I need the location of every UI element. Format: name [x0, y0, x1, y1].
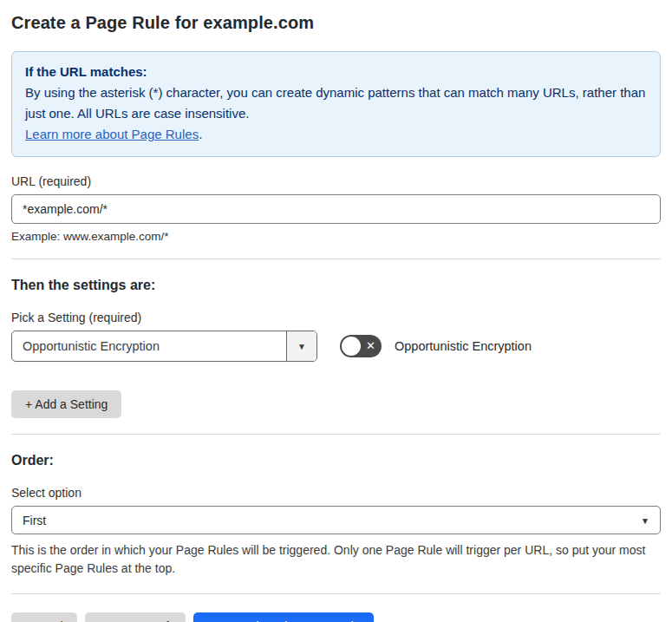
pick-setting-label: Pick a Setting (required) [11, 311, 661, 324]
learn-more-link[interactable]: Learn more about Page Rules [25, 127, 199, 141]
divider [11, 593, 661, 594]
setting-dropdown-value: Opportunistic Encryption [12, 331, 286, 361]
info-box-heading: If the URL matches: [25, 62, 647, 82]
order-select-value: First [23, 514, 46, 527]
link-suffix: . [199, 127, 202, 141]
setting-row: Opportunistic Encryption ▼ ✕ Opportunist… [11, 331, 661, 362]
dropdown-arrow-icon[interactable]: ▼ [286, 331, 316, 361]
select-option-label: Select option [11, 486, 661, 500]
chevron-down-icon: ▼ [641, 515, 649, 525]
divider [11, 259, 661, 259]
footer-button-row: Cancel Save as Draft Save and Deploy Pag… [11, 612, 661, 622]
toggle-knob [342, 337, 361, 356]
order-select[interactable]: First ▼ [11, 506, 661, 534]
toggle-label: Opportunistic Encryption [395, 339, 532, 353]
setting-dropdown[interactable]: Opportunistic Encryption ▼ [11, 331, 317, 362]
toggle-off-x-icon: ✕ [366, 340, 375, 351]
page-rule-form: Create a Page Rule for example.com If th… [0, 0, 672, 622]
info-box-body: By using the asterisk (*) character, you… [25, 82, 647, 124]
order-description: This is the order in which your Page Rul… [11, 541, 657, 578]
add-setting-button[interactable]: + Add a Setting [11, 390, 121, 418]
cancel-button[interactable]: Cancel [11, 612, 77, 622]
save-as-draft-button[interactable]: Save as Draft [85, 612, 186, 622]
url-input[interactable] [11, 194, 661, 224]
page-title: Create a Page Rule for example.com [11, 13, 661, 33]
url-example-helper: Example: www.example.com/* [11, 230, 661, 243]
url-matches-info-box: If the URL matches: By using the asteris… [11, 51, 661, 157]
order-section-heading: Order: [11, 453, 661, 468]
url-field-label: URL (required) [11, 174, 661, 188]
save-and-deploy-button[interactable]: Save and Deploy Page Rule [193, 612, 374, 622]
info-box-link-line: Learn more about Page Rules. [25, 124, 647, 145]
opportunistic-encryption-toggle[interactable]: ✕ [340, 335, 382, 357]
settings-section-heading: Then the settings are: [11, 278, 661, 293]
divider [11, 434, 661, 435]
